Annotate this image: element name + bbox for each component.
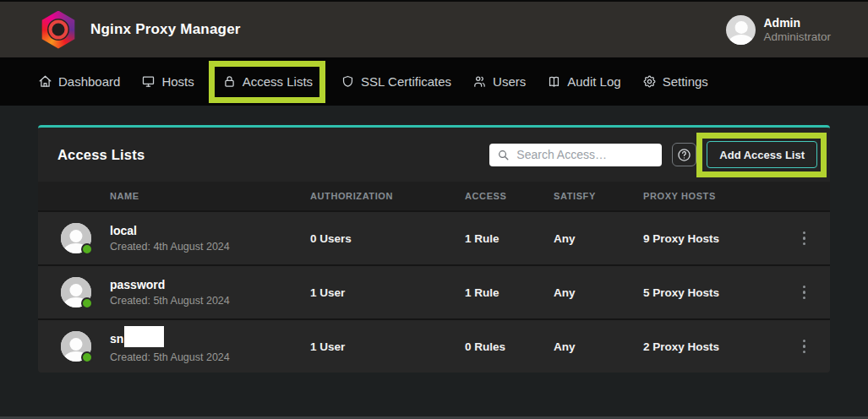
column-header-authorization: AUTHORIZATION [310,191,465,201]
nav-label: Access Lists [243,74,313,89]
redaction-box [124,326,164,347]
proxy-hosts-value: 2 Proxy Hosts [643,340,778,353]
name-cell: sn Created: 5th August 2024 [61,328,310,365]
nav-item-dashboard[interactable]: Dashboard [38,74,120,89]
nginx-proxy-manager-logo-icon [41,11,76,49]
status-dot [81,351,93,363]
search-box [489,144,662,166]
lock-icon [222,74,237,89]
table-header: NAME AUTHORIZATION ACCESS SATISFY PROXY … [38,182,830,210]
nav-item-settings[interactable]: Settings [642,74,708,89]
nav-label: SSL Certificates [361,74,451,89]
access-list-avatar [61,277,91,307]
satisfy-value: Any [554,286,643,299]
button-highlight-wrapper: Add Access List [707,141,817,168]
row-menu-button[interactable] [794,334,816,359]
column-header-name: NAME [61,191,310,201]
nav-item-hosts[interactable]: Hosts [141,74,194,89]
column-header-access: ACCESS [465,191,554,201]
nav-item-users[interactable]: Users [472,74,526,89]
nav-item-audit-log[interactable]: Audit Log [547,74,620,89]
access-list-avatar [61,223,91,253]
nav-item-ssl-certificates[interactable]: SSL Certificates [341,74,451,89]
app-window: Nginx Proxy Manager Admin Administrator … [0,0,868,419]
user-info: Admin Administrator [763,16,831,44]
status-dot [81,243,93,255]
access-value: 1 Rule [465,286,554,299]
name-cell: local Created: 4th August 2024 [61,223,310,254]
user-role: Administrator [763,30,831,44]
satisfy-value: Any [554,340,643,353]
nav-label: Users [493,74,526,89]
add-access-list-button[interactable]: Add Access List [707,141,817,168]
created-date: Created: 5th August 2024 [110,351,230,365]
search-icon [497,149,510,161]
row-menu-button[interactable] [794,280,816,305]
row-menu-button[interactable] [794,226,816,251]
gear-icon [642,74,657,89]
created-date: Created: 4th August 2024 [110,240,230,254]
satisfy-value: Any [554,232,643,245]
name-block: local Created: 4th August 2024 [110,223,230,254]
app-title: Nginx Proxy Manager [90,21,241,38]
table-row: sn Created: 5th August 2024 1 User 0 Rul… [38,318,830,373]
access-list-name: sn [110,328,230,349]
name-cell: password Created: 5th August 2024 [61,277,310,308]
access-list-name: local [110,223,230,238]
nav-item-access-lists[interactable]: Access Lists [222,74,313,89]
proxy-hosts-value: 9 Proxy Hosts [643,232,778,245]
nav-label: Hosts [161,74,194,89]
table-row: local Created: 4th August 2024 0 Users 1… [38,210,830,264]
access-list-name: password [110,277,230,292]
access-list-avatar [61,331,91,362]
help-icon [676,147,692,163]
proxy-hosts-value: 5 Proxy Hosts [643,286,778,299]
shield-icon [341,74,355,89]
nav-label: Dashboard [58,74,120,89]
home-icon [38,74,52,89]
created-date: Created: 5th August 2024 [110,294,230,308]
panel-controls: Add Access List [489,141,817,168]
nav-label: Audit Log [567,74,620,89]
authorization-value: 1 User [310,286,465,299]
user-avatar [726,15,756,45]
access-value: 0 Rules [465,340,554,353]
book-icon [547,74,561,89]
authorization-value: 1 User [310,340,465,353]
nav-label: Settings [663,74,708,89]
name-block: password Created: 5th August 2024 [110,277,230,308]
search-input[interactable] [516,148,655,161]
nav-highlight-wrapper: Access Lists [222,74,313,89]
access-lists-panel: Access Lists Add Access List [38,125,830,373]
user-menu[interactable]: Admin Administrator [726,15,831,45]
status-dot [81,297,93,309]
column-header-satisfy: SATISFY [554,191,643,201]
app-header: Nginx Proxy Manager Admin Administrator [0,2,868,57]
access-value: 1 Rule [465,232,554,245]
name-block: sn Created: 5th August 2024 [110,328,230,365]
authorization-value: 0 Users [310,232,465,245]
page-content: Access Lists Add Access List [0,106,868,373]
panel-header: Access Lists Add Access List [38,128,830,182]
monitor-icon [141,74,156,89]
page-title: Access Lists [57,147,145,163]
help-button[interactable] [672,143,696,166]
column-header-proxy-hosts: PROXY HOSTS [643,191,778,201]
user-name: Admin [763,16,831,30]
main-nav: Dashboard Hosts Access Lists SSL Certifi… [0,57,868,106]
users-icon [472,74,487,89]
table-row: password Created: 5th August 2024 1 User… [38,264,830,318]
